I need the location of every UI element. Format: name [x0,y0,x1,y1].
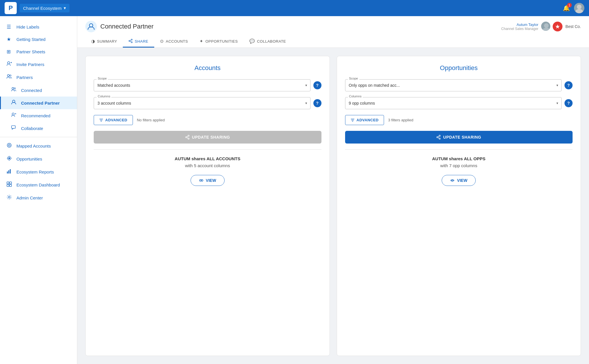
opps-filter-text: 3 filters applied [388,118,413,122]
svg-point-52 [439,138,440,139]
top-nav: P Channel Ecosystem ▾ 🔔 1 [0,0,589,16]
tab-opportunities[interactable]: ✦ OPPORTUNITIES [194,36,244,48]
svg-point-0 [577,5,582,9]
svg-point-15 [8,144,10,146]
sidebar-item-mapped-accounts[interactable]: Mapped Accounts [0,139,77,152]
mapped-icon [7,143,13,149]
svg-rect-26 [10,182,12,184]
sidebar-item-partner-sheets[interactable]: ⊞ Partner Sheets [0,46,77,58]
tab-share[interactable]: SHARE [123,36,154,48]
svg-point-10 [12,113,14,115]
svg-point-5 [7,75,10,77]
hamburger-icon: ☰ [7,24,13,30]
svg-point-7 [12,87,14,89]
sheets-icon: ⊞ [7,49,13,55]
sidebar-item-hide-labels[interactable]: ☰ Hide Labels [0,21,77,33]
opps-scope-select[interactable]: Only opps on matched acc... [345,79,562,91]
partner-icon [85,21,97,32]
accounts-icon: ⊙ [160,39,164,44]
svg-rect-28 [10,184,12,186]
reports-icon [7,169,13,175]
sidebar-item-invite-partners[interactable]: Invite Partners [0,58,77,71]
accounts-columns-label: Columns [97,95,111,98]
opps-columns-group: Columns 9 opp columns ▾ ? [345,97,573,109]
svg-point-58 [453,180,454,181]
ecosystem-dropdown[interactable]: Channel Ecosystem ▾ [20,4,69,12]
view-icon [199,178,204,183]
svg-point-32 [543,28,550,31]
top-nav-right: 🔔 1 [563,3,584,13]
sidebar-item-recommended[interactable]: Recommended [0,109,77,122]
accounts-scope-group: Scope Matched accounts ▾ ? [94,79,321,91]
user-avatar[interactable] [574,3,584,13]
sidebar-item-partners[interactable]: Partners [0,71,77,84]
svg-point-35 [129,40,130,42]
app-logo: P [5,2,17,14]
accounts-view-button[interactable]: VIEW [191,175,225,186]
svg-point-6 [10,75,11,76]
opps-filter-icon [351,118,355,122]
opps-view-button[interactable]: VIEW [442,175,476,186]
svg-point-33 [131,39,132,40]
svg-line-44 [187,137,188,138]
share-btn-icon [185,135,190,139]
connected-icon [11,87,18,93]
svg-point-42 [188,138,189,139]
svg-point-2 [7,62,10,64]
svg-point-57 [451,180,452,181]
svg-point-16 [8,157,10,159]
tab-accounts[interactable]: ⊙ ACCOUNTS [154,36,194,48]
partner-avatars: ★ [541,21,563,32]
sidebar-item-ecosystem-reports[interactable]: Ecosystem Reports [0,165,77,178]
partner-user-avatar [541,21,551,31]
accounts-filter-text: No filters applied [137,118,165,122]
opps-scope-help[interactable]: ? [564,81,573,89]
tab-collaborate[interactable]: 💬 COLLABORATE [244,36,292,48]
opps-columns-help[interactable]: ? [564,99,573,107]
accounts-sharing-info: AUTUM shares ALL ACCOUNTS with 5 account… [94,155,321,169]
person-icon [11,100,18,106]
svg-line-45 [187,136,188,137]
opps-columns-label: Columns [348,95,363,98]
sidebar-item-ecosystem-dashboard[interactable]: Ecosystem Dashboard [0,178,77,191]
opps-share-btn-icon [436,135,441,139]
accounts-update-sharing-button[interactable]: UPDATE SHARING [94,131,321,144]
accounts-scope-label: Scope [97,77,108,80]
accounts-scope-help[interactable]: ? [313,81,321,89]
opps-update-sharing-button[interactable]: UPDATE SHARING [345,131,573,144]
sidebar-item-connected-partner[interactable]: Connected Partner [0,97,77,109]
sidebar-item-getting-started[interactable]: ★ Getting Started [0,33,77,46]
opps-columns-wrapper: Columns 9 opp columns ▾ [345,97,562,109]
accounts-advanced-button[interactable]: ADVANCED [94,115,133,125]
svg-line-54 [438,137,439,138]
svg-line-37 [130,40,131,41]
accounts-card-title: Accounts [94,64,321,72]
accounts-columns-select[interactable]: 3 account columns [94,97,311,109]
accounts-scope-wrapper: Scope Matched accounts ▾ [94,79,311,91]
accounts-columns-group: Columns 3 account columns ▾ ? [94,97,321,109]
svg-point-31 [544,23,549,28]
partner-title: Connected Partner [85,21,154,32]
chat-icon [11,125,18,131]
tab-summary[interactable]: ◑ SUMMARY [85,36,123,48]
svg-line-55 [438,136,439,137]
accounts-scope-select[interactable]: Matched accounts [94,79,311,91]
notification-badge: 1 [567,3,572,7]
sidebar-item-connected[interactable]: Connected [0,84,77,97]
accounts-columns-help[interactable]: ? [313,99,321,107]
accounts-columns-wrapper: Columns 3 account columns ▾ [94,97,311,109]
sidebar: ☰ Hide Labels ★ Getting Started ⊞ Partne… [0,16,77,364]
notification-bell[interactable]: 🔔 1 [563,5,570,12]
sidebar-item-admin-center[interactable]: Admin Center [0,191,77,204]
opps-advanced-button[interactable]: ADVANCED [345,115,384,125]
svg-point-53 [437,137,438,138]
svg-point-43 [186,137,187,138]
svg-point-51 [439,135,440,136]
company-logo: ★ [552,21,563,32]
opps-icon [7,156,13,162]
sidebar-item-opportunities[interactable]: Opportunities [0,152,77,165]
sidebar-item-collaborate[interactable]: Collaborate [0,122,77,135]
star-icon: ★ [7,36,13,42]
opps-advanced-row: ADVANCED 3 filters applied [345,115,573,125]
opps-columns-select[interactable]: 9 opp columns [345,97,562,109]
